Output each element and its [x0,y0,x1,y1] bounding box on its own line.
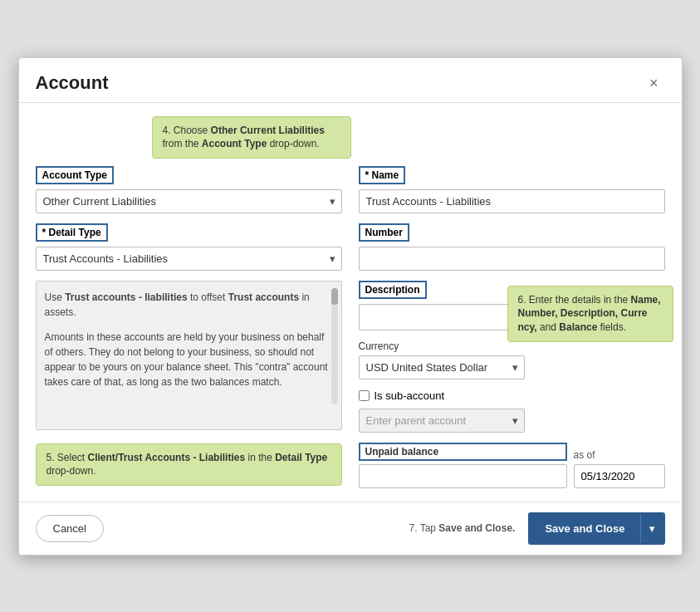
balance-row: Unpaid balance as of [359,443,665,488]
subaccount-checkbox[interactable] [359,390,370,401]
modal-title: Account [36,72,109,94]
number-input[interactable] [359,247,665,271]
tooltip4-bold2: Account Type [202,138,267,149]
detail-type-group: * Detail Type Trust Accounts - Liabiliti… [36,223,342,271]
currency-group: Currency USD United States Dollar [359,340,665,379]
save-close-button[interactable]: Save and Close [530,514,639,543]
name-label: * Name [359,166,406,184]
date-input[interactable] [574,464,665,488]
currency-select-wrapper: USD United States Dollar [359,355,525,379]
desc-para2: Amounts in these accounts are held by yo… [45,330,333,389]
tooltip5-text2: in the [245,452,275,463]
as-of-group: as of [574,443,665,488]
account-type-select[interactable]: Other Current Liabilities [36,189,342,213]
tooltip6-text2: and [537,321,560,333]
parent-account-select[interactable]: Enter parent account [359,409,525,433]
detail-type-select[interactable]: Trust Accounts - Liabilities [36,247,342,271]
cancel-button[interactable]: Cancel [36,515,104,542]
save-close-dropdown-button[interactable]: ▾ [640,514,663,543]
balance-input[interactable] [359,464,567,488]
detail-type-select-wrapper: Trust Accounts - Liabilities [36,247,342,271]
account-type-group: Account Type Other Current Liabilities [36,166,342,213]
number-group: Number [359,223,665,271]
footer-right: 7. Tap Save and Close. Save and Close ▾ [409,512,665,545]
left-column: Account Type Other Current Liabilities *… [36,166,342,488]
tooltip-step5: 5. Select Client/Trust Accounts - Liabil… [36,443,342,487]
modal-header: Account × [19,58,682,103]
tooltip-step4: 4. Choose Other Current Liabilities from… [152,116,351,159]
step7-text: 7. Tap Save and Close. [409,522,516,534]
tooltip4-text3: drop-down. [267,138,319,149]
tooltip5-bold1: Client/Trust Accounts - Liabilities [88,452,246,463]
description-label: Description [359,281,427,299]
tooltip5-bold2: Detail Type [275,452,327,463]
currency-select[interactable]: USD United States Dollar [359,355,525,379]
modal-dialog: Account × 4. Choose Other Current Liabil… [18,57,683,556]
tooltip4-text2: from the [163,138,202,149]
desc-para1: Use Trust accounts - liabilities to offs… [45,290,333,320]
tooltip6-text3: fields. [597,321,626,333]
account-type-label: Account Type [36,166,114,184]
account-type-select-wrapper: Other Current Liabilities [36,189,342,213]
tooltip6-text1: 6. Enter the details in the [518,294,631,306]
parent-account-wrapper: Enter parent account [359,409,525,433]
tooltip5-text1: 5. Select [47,452,88,463]
name-input[interactable] [359,189,665,213]
unpaid-balance-label: Unpaid balance [359,443,567,461]
tooltip-step6: 6. Enter the details in the Name, Number… [507,286,673,342]
tooltip5-text3: drop-down. [47,465,96,477]
as-of-label: as of [574,443,665,461]
subaccount-label: Is sub-account [374,389,445,402]
left-description-box: Use Trust accounts - liabilities to offs… [36,281,342,430]
subaccount-row: Is sub-account [359,389,665,402]
detail-type-label: * Detail Type [36,223,108,242]
modal-footer: Cancel 7. Tap Save and Close. Save and C… [19,502,682,555]
balance-group: Unpaid balance [359,443,567,488]
modal-body: 4. Choose Other Current Liabilities from… [19,103,682,502]
tooltip6-bold2: Balance [559,321,597,333]
tooltip4-bold1: Other Current Liabilities [211,125,325,136]
scrollbar-thumb[interactable] [331,288,338,305]
tooltip4-text1: 4. Choose [163,125,211,136]
save-close-group: Save and Close ▾ [528,512,664,545]
parent-account-group: Enter parent account [359,409,665,433]
number-label: Number [359,223,409,242]
close-button[interactable]: × [643,71,665,95]
name-group: * Name [359,166,665,213]
